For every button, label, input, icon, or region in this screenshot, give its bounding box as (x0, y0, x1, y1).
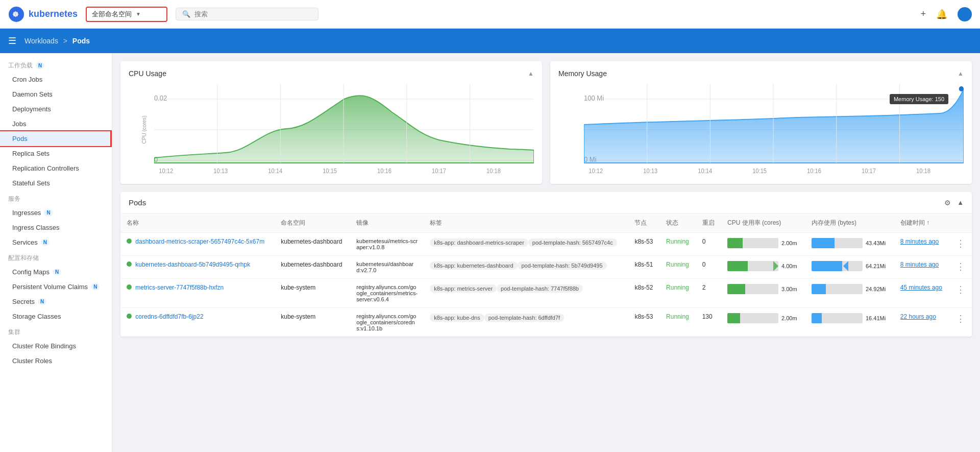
pod-menu-cell: ⋮ (950, 256, 972, 279)
row-context-menu-icon[interactable]: ⋮ (956, 284, 965, 295)
pod-namespace-cell: kubernetes-dashboard (275, 233, 350, 256)
hamburger-menu-icon[interactable]: ☰ (8, 35, 16, 46)
cpu-bar (727, 238, 778, 248)
pod-cpu-cell: 3.00m (721, 279, 805, 308)
pods-card: Pods ⚙ ▲ 名称 命名空间 镜像 标签 节点 状态 重启 (120, 192, 972, 337)
col-restarts: 重启 (696, 213, 721, 233)
table-row: kubernetes-dashboard-5b749d9495-qrhpk ku… (120, 256, 972, 279)
pod-time-cell: 22 hours ago (894, 308, 950, 337)
svg-text:10:14: 10:14 (698, 168, 712, 174)
mem-triangle (843, 261, 848, 271)
sidebar-item-replica-sets[interactable]: Replica Sets (0, 146, 112, 161)
pod-name-link[interactable]: dashboard-metrics-scraper-5657497c4c-5x6… (135, 238, 264, 245)
pods-collapse-icon[interactable]: ▲ (957, 199, 964, 206)
user-avatar[interactable]: 👤 (958, 7, 972, 21)
memory-chart-area: 100 Mi 0 Mi 10:12 10:13 10:14 10:15 10:1… (558, 84, 964, 176)
svg-text:10:16: 10:16 (807, 168, 821, 174)
pod-time-link[interactable]: 45 minutes ago (900, 284, 942, 291)
pod-menu-cell: ⋮ (950, 233, 972, 256)
svg-text:10:15: 10:15 (323, 168, 337, 174)
top-nav: ☸ kubernetes 全部命名空间 ▼ 🔍 + 🔔 👤 (0, 0, 980, 29)
logo: ☸ kubernetes (8, 6, 78, 22)
pod-time-cell: 45 minutes ago (894, 279, 950, 308)
pods-table: 名称 命名空间 镜像 标签 节点 状态 重启 CPU 使用率 (cores) 内… (120, 213, 972, 337)
breadcrumb-parent[interactable]: Workloads (24, 37, 58, 45)
cpu-chart-card: CPU Usage ▲ CPU (cores) 0.02 0 (120, 61, 542, 184)
pod-status-cell: Running (660, 308, 696, 337)
filter-icon[interactable]: ⚙ (944, 199, 951, 207)
svg-text:100 Mi: 100 Mi (584, 94, 604, 103)
tag-chip: pod-template-hash: 7747f5f88b (497, 284, 583, 293)
sidebar-item-pods[interactable]: Pods (0, 131, 112, 146)
sidebar-item-jobs[interactable]: Jobs (0, 116, 112, 131)
tag-chip: pod-template-hash: 5b749d9495 (518, 261, 607, 270)
pod-time-link[interactable]: 22 hours ago (900, 313, 936, 320)
pod-name-link[interactable]: coredns-6dffdfd7fb-6jp22 (135, 313, 203, 320)
row-context-menu-icon[interactable]: ⋮ (956, 239, 965, 249)
svg-text:10:17: 10:17 (862, 168, 876, 174)
cpu-bar-fill (727, 313, 740, 323)
sidebar-item-replication-controllers[interactable]: Replication Controllers (0, 161, 112, 176)
notification-icon[interactable]: 🔔 (936, 9, 947, 20)
sidebar-section-workloads: 工作负载 N (0, 57, 112, 72)
col-name: 名称 (120, 213, 275, 233)
svg-text:10:13: 10:13 (643, 168, 657, 174)
row-context-menu-icon[interactable]: ⋮ (956, 314, 965, 324)
namespace-selector[interactable]: 全部命名空间 ▼ (86, 7, 167, 22)
table-row: metrics-server-7747f5f88b-hxfzn kube-sys… (120, 279, 972, 308)
search-box[interactable]: 🔍 (176, 8, 318, 20)
k8s-logo-icon: ☸ (8, 6, 24, 22)
sidebar-item-cluster-roles[interactable]: Cluster Roles (0, 353, 112, 368)
sidebar-item-storage-classes[interactable]: Storage Classes (0, 309, 112, 324)
cpu-bar (727, 313, 778, 323)
tag-chip: pod-template-hash: 6dffdfd7f (484, 314, 564, 322)
svg-text:10:12: 10:12 (589, 168, 603, 174)
pod-namespace-cell: kube-system (275, 279, 350, 308)
sidebar-item-pvc[interactable]: Persistent Volume Claims N (0, 279, 112, 294)
add-icon[interactable]: + (920, 9, 926, 19)
sidebar-section-config: 配置和存储 (0, 250, 112, 265)
pod-cpu-cell: 4.00m (721, 256, 805, 279)
sidebar-item-secrets[interactable]: Secrets N (0, 294, 112, 309)
pods-table-head: 名称 命名空间 镜像 标签 节点 状态 重启 CPU 使用率 (cores) 内… (120, 213, 972, 233)
pods-table-body: dashboard-metrics-scraper-5657497c4c-5x6… (120, 233, 972, 337)
cpu-bar-fill (727, 238, 743, 248)
pod-name-link[interactable]: kubernetes-dashboard-5b749d9495-qrhpk (135, 261, 250, 268)
pod-node-cell: k8s-52 (628, 279, 660, 308)
pod-time-link[interactable]: 8 minutes ago (900, 261, 939, 268)
svg-point-24 (959, 86, 964, 91)
memory-chart-collapse[interactable]: ▲ (958, 70, 964, 77)
mem-value: 43.43Mi (866, 240, 886, 246)
pod-mem-cell: 43.43Mi (805, 233, 894, 256)
sidebar-item-ingresses[interactable]: Ingresses N (0, 205, 112, 220)
pods-table-header: Pods ⚙ ▲ (120, 192, 972, 213)
cpu-chart-collapse[interactable]: ▲ (528, 70, 534, 77)
sidebar-item-cron-jobs[interactable]: Cron Jobs (0, 72, 112, 87)
sidebar-item-deployments[interactable]: Deployments (0, 102, 112, 116)
mem-bar-fill (812, 261, 842, 271)
pod-node-cell: k8s-53 (628, 308, 660, 337)
content-area: CPU Usage ▲ CPU (cores) 0.02 0 (112, 53, 980, 452)
col-time: 创建时间 ↑ (894, 213, 950, 233)
pod-status-text: Running (666, 284, 689, 291)
row-context-menu-icon[interactable]: ⋮ (956, 261, 965, 272)
svg-text:0.02: 0.02 (154, 94, 167, 103)
memory-chart-header: Memory Usage ▲ (558, 69, 964, 78)
pod-time-link[interactable]: 8 minutes ago (900, 238, 939, 245)
pod-status-dot (127, 239, 132, 244)
pod-name-link[interactable]: metrics-server-7747f5f88b-hxfzn (135, 284, 224, 291)
sidebar-item-services[interactable]: Services N (0, 235, 112, 250)
pod-status-text: Running (666, 261, 689, 268)
col-labels: 标签 (424, 213, 628, 233)
sidebar-item-ingress-classes[interactable]: Ingress Classes (0, 220, 112, 235)
sidebar-item-config-maps[interactable]: Config Maps N (0, 265, 112, 279)
pod-status-cell: Running (660, 279, 696, 308)
pod-cpu-cell: 2.00m (721, 233, 805, 256)
search-input[interactable] (194, 10, 312, 18)
pod-mem-cell: 24.92Mi (805, 279, 894, 308)
sidebar-item-stateful-sets[interactable]: Stateful Sets (0, 176, 112, 191)
pod-status-dot (127, 261, 132, 267)
sidebar-item-daemon-sets[interactable]: Daemon Sets (0, 87, 112, 102)
sidebar-item-cluster-role-bindings[interactable]: Cluster Role Bindings (0, 339, 112, 353)
mem-value: 64.21Mi (866, 263, 886, 269)
